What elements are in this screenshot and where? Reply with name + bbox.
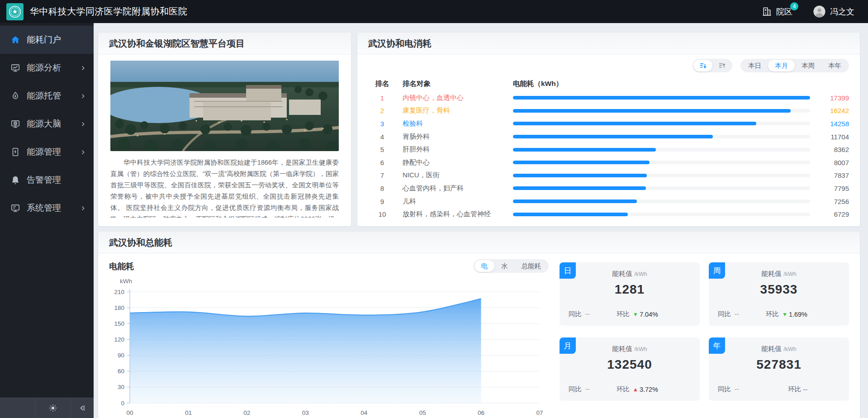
rank-department: 肝胆外科 xyxy=(403,145,507,154)
sidebar-footer xyxy=(0,398,94,418)
app-title: 华中科技大学同济医学院附属协和医院 xyxy=(30,5,188,18)
svg-text:05: 05 xyxy=(419,409,426,416)
sidebar-item-analysis[interactable]: 能源分析 xyxy=(0,54,94,82)
home-icon xyxy=(10,34,21,45)
summary-label: 能耗值 /kWh xyxy=(709,270,849,278)
rank-value: 17399 xyxy=(816,94,849,102)
rank-bar xyxy=(513,174,810,177)
sort-toggle xyxy=(693,59,732,72)
rank-department: NICU，医街 xyxy=(403,171,507,180)
rank-value: 8007 xyxy=(816,159,849,166)
user-menu[interactable]: 冯之文 xyxy=(813,5,854,18)
analysis-icon xyxy=(10,62,21,73)
rank-number: 7 xyxy=(368,171,396,179)
building-icon xyxy=(762,6,772,17)
col-name: 排名对象 xyxy=(403,79,507,89)
summary-footer: 同比 --环比 -- xyxy=(709,385,849,394)
sort-ascending-icon xyxy=(718,62,726,70)
collapse-sidebar-button[interactable] xyxy=(71,398,94,418)
mom-text: 环比 ▼1.69% xyxy=(766,310,807,318)
rank-bar xyxy=(513,186,810,190)
sidebar-item-portal[interactable]: 能耗门户 xyxy=(0,26,94,54)
hospital-description: 华中科技大学同济医学院附属协和医院始建于1866年，是国家卫生健康委直属（管）的… xyxy=(110,157,339,218)
svg-text:01: 01 xyxy=(185,409,192,416)
rank-department: 放射科，感染科，心血管神经 xyxy=(403,210,507,218)
rank-value: 7256 xyxy=(816,198,849,205)
summary-card-week: 周能耗值 /kWh35933同比 --环比 ▼1.69% xyxy=(709,262,849,326)
energy-type-tab[interactable]: 电 xyxy=(474,260,495,272)
rank-number: 10 xyxy=(368,210,396,218)
mom-text: 环比 ▼7.04% xyxy=(617,310,658,318)
intro-card-title: 武汉协和金银湖院区智慧平台项目 xyxy=(98,33,351,54)
rank-value: 7837 xyxy=(816,171,849,179)
range-tab[interactable]: 本周 xyxy=(795,60,821,71)
sidebar-item-management[interactable]: 能源管理 xyxy=(0,138,94,166)
sidebar-item-label: 能源大脑 xyxy=(27,118,80,130)
rank-department: 心血管内科，妇产科 xyxy=(403,184,507,193)
svg-text:07: 07 xyxy=(536,409,543,416)
sidebar-item-label: 系统管理 xyxy=(27,202,80,214)
sidebar-item-system[interactable]: 系统管理 xyxy=(0,194,94,222)
svg-text:03: 03 xyxy=(302,409,309,416)
campus-count-badge: 4 xyxy=(790,2,798,10)
svg-text:0: 0 xyxy=(121,400,124,407)
energy-summary-grid: 日能耗值 /kWh1281同比 --环比 ▼7.04%周能耗值 /kWh3593… xyxy=(560,262,849,418)
rank-bar xyxy=(513,213,810,216)
app-header: 华中科技大学同济医学院附属协和医院 院区 4 冯之文 xyxy=(0,0,868,23)
yoy-text: 同比 -- xyxy=(569,385,590,394)
svg-text:210: 210 xyxy=(114,289,124,295)
summary-footer: 同比 --环比 ▼7.04% xyxy=(560,310,700,318)
sort-ascending-button[interactable] xyxy=(712,60,731,71)
app-root: 华中科技大学同济医学院附属协和医院 院区 4 冯之文 能耗门户能源分析能源托管能… xyxy=(0,0,868,418)
sun-icon xyxy=(48,404,57,413)
rank-department: 康复医疗，骨科 xyxy=(403,106,507,115)
sidebar-item-alarm[interactable]: 告警管理 xyxy=(0,166,94,194)
period-badge: 年 xyxy=(709,337,725,354)
range-tab[interactable]: 本月 xyxy=(768,60,795,71)
rank-bar xyxy=(513,96,810,100)
brain-icon xyxy=(10,119,21,129)
theme-brightness-button[interactable] xyxy=(35,398,71,418)
sidebar-item-label: 能源分析 xyxy=(27,62,80,74)
summary-value: 1281 xyxy=(560,282,700,297)
sidebar-item-hosting[interactable]: 能源托管 xyxy=(0,82,94,110)
ranking-table-header: 排名 排名对象 电能耗（kWh） xyxy=(368,76,849,91)
ranking-row: 5肝胆外科8362 xyxy=(368,143,849,156)
energy-type-tab[interactable]: 总能耗 xyxy=(515,260,548,272)
svg-text:90: 90 xyxy=(118,352,124,359)
trend-card-title: 武汉协和总能耗 xyxy=(98,232,860,253)
summary-label: 能耗值 /kWh xyxy=(709,345,849,353)
intro-card: 武汉协和金银湖院区智慧平台项目 xyxy=(98,33,351,226)
summary-card-day: 日能耗值 /kWh1281同比 --环比 ▼7.04% xyxy=(560,262,700,326)
sidebar-item-label: 能源管理 xyxy=(27,146,80,158)
svg-text:02: 02 xyxy=(243,409,250,416)
svg-text:60: 60 xyxy=(118,368,124,375)
sidebar-item-brain[interactable]: 能源大脑 xyxy=(0,110,94,138)
rank-bar xyxy=(513,122,810,125)
y-axis-unit-label: kWh xyxy=(120,278,549,285)
main-content: 武汉协和金银湖院区智慧平台项目 xyxy=(94,23,868,418)
rank-bar xyxy=(513,109,810,113)
sidebar-nav: 能耗门户能源分析能源托管能源大脑能源管理告警管理系统管理 xyxy=(0,23,94,398)
rank-number: 9 xyxy=(368,198,396,205)
campus-switcher[interactable]: 院区 4 xyxy=(762,6,792,17)
rank-department: 儿科 xyxy=(403,197,507,206)
collapse-icon xyxy=(78,404,87,413)
ranking-row: 1内镜中心，血透中心17399 xyxy=(368,91,849,104)
summary-value: 35933 xyxy=(709,282,849,297)
sort-descending-icon xyxy=(699,62,707,70)
time-range-tabs: 本日本月本周本年 xyxy=(740,59,849,72)
svg-text:180: 180 xyxy=(114,304,124,311)
range-tab[interactable]: 本日 xyxy=(741,60,768,71)
summary-label: 能耗值 /kWh xyxy=(560,345,700,353)
sort-descending-button[interactable] xyxy=(693,60,712,71)
rank-department: 检验科 xyxy=(403,119,507,128)
rank-bar xyxy=(513,148,810,152)
range-tab[interactable]: 本年 xyxy=(821,60,848,71)
svg-text:00: 00 xyxy=(126,409,133,416)
summary-value: 527831 xyxy=(709,357,849,372)
energy-type-tab[interactable]: 水 xyxy=(494,260,515,272)
rank-bar xyxy=(513,135,810,138)
system-icon xyxy=(10,203,21,214)
sidebar-item-label: 能耗门户 xyxy=(27,34,86,46)
